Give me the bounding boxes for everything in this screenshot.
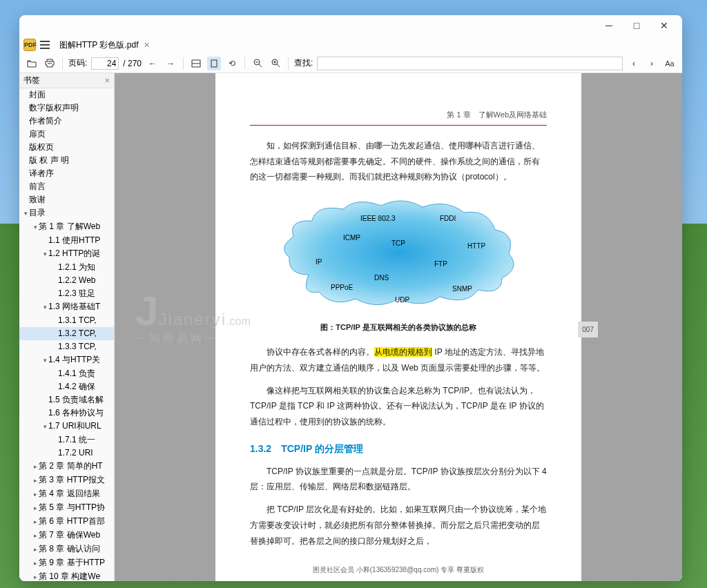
bookmark-item[interactable]: ▾第 1 章 了解Web (19, 220, 114, 234)
bookmark-label: 1.3.3 TCP, (58, 342, 97, 351)
sidebar-close-icon[interactable]: × (104, 75, 110, 86)
print-icon[interactable] (43, 57, 57, 70)
bookmark-item[interactable]: 致谢 (19, 193, 114, 206)
tree-toggle-icon[interactable]: ▾ (41, 248, 48, 260)
maximize-button[interactable]: □ (623, 16, 650, 35)
bookmark-label: 1.2 HTTP的诞 (48, 248, 100, 258)
bookmark-item[interactable]: ▸第 5 章 与HTTP协 (19, 501, 114, 515)
bookmark-item[interactable]: ▾1.3 网络基础T (19, 300, 114, 314)
bookmark-item[interactable]: ▸第 2 章 简单的HT (19, 460, 114, 473)
tree-toggle-icon[interactable]: ▸ (32, 461, 39, 473)
bookmark-item[interactable]: ▾目录 (19, 206, 114, 220)
tab-title: 图解HTTP 彩色版.pdf (59, 39, 138, 51)
search-next-icon[interactable]: › (645, 57, 659, 70)
fit-page-icon[interactable] (207, 57, 221, 70)
tree-toggle-icon[interactable]: ▾ (22, 208, 29, 219)
zoom-in-icon[interactable] (269, 57, 282, 70)
close-button[interactable]: ✕ (650, 16, 678, 35)
bookmark-item[interactable]: 1.3.2 TCP, (19, 327, 114, 340)
bookmark-item[interactable]: 1.4.1 负责 (19, 367, 114, 380)
bookmark-item[interactable]: ▸第 9 章 基于HTTP (19, 556, 114, 570)
tree-toggle-icon[interactable]: ▸ (32, 516, 39, 528)
tree-toggle-icon[interactable]: ▸ (32, 530, 39, 542)
bookmark-item[interactable]: 译者序 (19, 167, 114, 180)
bookmark-label: 第 4 章 返回结果 (39, 489, 100, 498)
tree-toggle-icon[interactable]: ▾ (32, 222, 39, 233)
bookmark-item[interactable]: 1.2.2 Web (19, 274, 114, 287)
tree-toggle-icon[interactable]: ▸ (32, 558, 39, 569)
bookmark-item[interactable]: 封面 (19, 88, 114, 101)
svg-text:DNS: DNS (374, 274, 389, 282)
bookmark-item[interactable]: 1.3.1 TCP, (19, 314, 114, 327)
svg-text:TCP: TCP (391, 239, 405, 247)
bookmark-label: 第 10 章 构建We (39, 571, 100, 581)
bookmark-label: 作者简介 (29, 116, 62, 126)
match-case-icon[interactable]: Aa (663, 57, 677, 70)
bookmark-item[interactable]: 1.7.2 URI (19, 447, 114, 460)
search-prev-icon[interactable]: ‹ (627, 57, 641, 70)
svg-line-9 (277, 64, 280, 67)
bookmark-label: 1.7 URI和URL (48, 421, 101, 431)
bookmark-item[interactable]: 版 权 声 明 (19, 154, 114, 167)
bookmark-label: 1.5 负责域名解 (48, 395, 104, 404)
page-viewer[interactable]: JJianeryi.com 一简而易网一 第 1 章 了解Web及网络基础 知，… (115, 73, 682, 581)
tab-close-icon[interactable]: × (144, 39, 149, 50)
section-heading: 1.3.2 TCP/IP 的分层管理 (250, 440, 547, 458)
bookmark-label: 第 6 章 HTTP首部 (39, 516, 105, 526)
bookmark-item[interactable]: ▸第 6 章 HTTP首部 (19, 515, 114, 529)
bookmarks-sidebar: 书签 × 封面数字版权声明作者简介扉页版权页版 权 声 明译者序前言致谢▾目录▾… (19, 73, 115, 581)
bookmark-item[interactable]: 1.3.3 TCP, (19, 340, 114, 353)
svg-text:PPPoE: PPPoE (331, 284, 354, 291)
zoom-out-icon[interactable] (251, 57, 264, 70)
page-number-input[interactable] (91, 57, 119, 70)
tree-toggle-icon[interactable]: ▸ (32, 571, 39, 581)
bookmark-item[interactable]: ▸第 3 章 HTTP报文 (19, 473, 114, 487)
bookmark-item[interactable]: 1.2.1 为知 (19, 261, 114, 274)
paragraph: 协议中存在各式各样的内容。从电缆的规格到 IP 地址的选定方法、寻找异地用户的方… (250, 344, 547, 376)
bookmark-item[interactable]: ▾1.7 URI和URL (19, 420, 114, 433)
tree-toggle-icon[interactable]: ▸ (32, 475, 39, 487)
bookmark-item[interactable]: ▸第 10 章 构建We (19, 570, 114, 581)
bookmark-item[interactable]: 1.6 各种协议与 (19, 406, 114, 420)
bookmark-item[interactable]: 1.5 负责域名解 (19, 393, 114, 406)
bookmark-label: 1.2.1 为知 (58, 262, 95, 272)
bookmark-item[interactable]: 前言 (19, 180, 114, 193)
bookmark-item[interactable]: ▸第 7 章 确保Web (19, 529, 114, 542)
toolbar: 页码: / 270 ← → ⟲ 查找: ‹ › Aa (19, 54, 682, 73)
bookmark-label: 1.4.2 确保 (58, 382, 95, 391)
tree-toggle-icon[interactable]: ▸ (32, 502, 39, 514)
bookmark-item[interactable]: 作者简介 (19, 115, 114, 128)
bookmark-label: 1.1 使用HTTP (48, 235, 100, 245)
bookmark-item[interactable]: 1.4.2 确保 (19, 380, 114, 393)
tree-toggle-icon[interactable]: ▾ (41, 355, 48, 366)
open-file-icon[interactable] (25, 57, 39, 70)
bookmark-item[interactable]: ▾1.2 HTTP的诞 (19, 247, 114, 261)
bookmark-item[interactable]: 数字版权声明 (19, 101, 114, 115)
tree-toggle-icon[interactable]: ▸ (32, 489, 39, 500)
tab-bar: PDF 图解HTTP 彩色版.pdf × (19, 36, 682, 54)
bookmark-item[interactable]: ▾1.4 与HTTP关 (19, 353, 114, 367)
bookmark-item[interactable]: ▸第 8 章 确认访问 (19, 542, 114, 556)
next-page-icon[interactable]: → (164, 57, 177, 70)
tree-toggle-icon[interactable]: ▸ (32, 544, 39, 556)
bookmark-label: 第 9 章 基于HTTP (39, 558, 105, 567)
bookmark-label: 版 权 声 明 (29, 155, 69, 165)
bookmark-item[interactable]: 扉页 (19, 128, 114, 141)
minimize-button[interactable]: ─ (595, 16, 623, 35)
bookmark-item[interactable]: 1.1 使用HTTP (19, 234, 114, 247)
search-input[interactable] (317, 57, 623, 70)
svg-text:HTTP: HTTP (467, 242, 485, 250)
menu-button[interactable] (39, 39, 51, 51)
fit-width-icon[interactable] (189, 57, 203, 70)
tree-toggle-icon[interactable]: ▾ (41, 302, 48, 313)
bookmark-item[interactable]: 版权页 (19, 141, 114, 154)
bookmark-item[interactable]: 1.2.3 驻足 (19, 287, 114, 300)
document-tab[interactable]: 图解HTTP 彩色版.pdf × (54, 38, 155, 52)
bookmark-label: 1.7.1 统一 (58, 435, 95, 444)
bookmark-item[interactable]: ▸第 4 章 返回结果 (19, 487, 114, 501)
rotate-icon[interactable]: ⟲ (225, 57, 239, 70)
bookmark-item[interactable]: 1.7.1 统一 (19, 433, 114, 447)
prev-page-icon[interactable]: ← (146, 57, 159, 70)
tree-toggle-icon[interactable]: ▾ (41, 421, 48, 433)
bookmark-label: 扉页 (29, 129, 46, 139)
